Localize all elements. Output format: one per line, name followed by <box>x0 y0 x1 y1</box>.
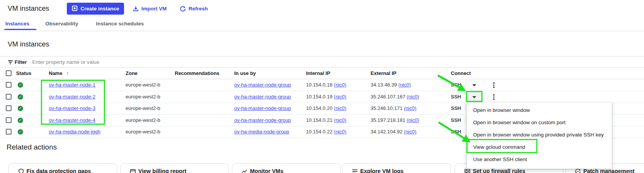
row-checkbox[interactable] <box>6 129 12 135</box>
page-title: VM instances <box>8 5 49 13</box>
nic0-link[interactable]: (nic0) <box>407 117 419 123</box>
import-vm-button[interactable]: Import VM <box>133 3 167 15</box>
instance-name-link[interactable]: ov-ha-master-node-1 <box>49 79 95 91</box>
divider <box>465 116 465 125</box>
external-ip-value: 34.142.104.92 (nic0) <box>371 126 416 138</box>
nic0-link[interactable]: (nic0) <box>404 129 417 135</box>
col-in-use-by: In use by <box>234 68 256 79</box>
related-actions-title: Related actions <box>7 143 57 151</box>
ssh-button[interactable]: SSH <box>451 115 461 126</box>
status-running-icon: ✓ <box>18 106 23 111</box>
menu-item-view-gcloud-command[interactable]: View gcloud command <box>467 141 612 153</box>
zone-value: europe-west2-b <box>126 91 160 103</box>
row-checkbox[interactable] <box>6 94 12 100</box>
status-running-icon: ✓ <box>18 129 23 135</box>
divider <box>465 93 465 101</box>
filter-icon <box>8 60 13 67</box>
col-recommendations: Recommendations <box>175 68 219 79</box>
table-header: Status Name↑ Zone Recommendations In use… <box>0 67 644 79</box>
chevron-down-icon <box>472 96 476 98</box>
divider <box>465 128 465 136</box>
divider <box>465 105 465 113</box>
chevron-down-icon <box>472 84 476 86</box>
zone-value: europe-west2-b <box>126 79 160 91</box>
col-name[interactable]: Name↑ <box>49 68 69 79</box>
ssh-button[interactable]: SSH <box>451 91 461 103</box>
section-title: VM instances <box>8 40 49 48</box>
col-status: Status <box>16 68 31 79</box>
ssh-dropdown-menu: Open in browser window Open in browser w… <box>467 103 612 169</box>
in-use-by-link[interactable]: ov-ha-master-node-group <box>234 103 291 114</box>
menu-item-open-browser-private-key[interactable]: Open in browser window using provided pr… <box>467 129 612 141</box>
nic0-link[interactable]: (nic0) <box>407 94 419 100</box>
ssh-button[interactable]: SSH <box>451 126 461 138</box>
zone-value: europe-west2-b <box>126 103 160 114</box>
import-download-icon <box>133 6 139 12</box>
in-use-by-link[interactable]: ov-ha-master-node-group <box>234 115 291 126</box>
zone-value: europe-west2-b <box>126 115 160 126</box>
menu-item-open-browser-custom-port[interactable]: Open in browser window on custom port <box>467 116 612 129</box>
tab-instance-schedules[interactable]: Instance schedules <box>96 17 144 30</box>
card-monitor-vms[interactable]: Monitor VMs <box>232 163 341 173</box>
nic0-link[interactable]: (nic0) <box>334 117 346 123</box>
filter-bar: Filter <box>0 56 644 68</box>
internal-ip-value: 10.154.0.21 (nic0) <box>306 115 346 126</box>
nic0-link[interactable]: (nic0) <box>404 105 417 111</box>
instance-name-link[interactable]: ov-ha-master-node-3 <box>49 103 95 114</box>
ssh-dropdown-button-open[interactable] <box>467 92 482 102</box>
shield-icon <box>18 168 24 173</box>
tab-instances[interactable]: Instances <box>5 17 29 30</box>
firewall-wall-icon <box>464 168 470 173</box>
nic0-link[interactable]: (nic0) <box>334 129 346 135</box>
col-zone: Zone <box>126 68 137 79</box>
monitor-chart-icon <box>242 168 248 173</box>
instance-name-link[interactable]: ov-ha-master-node-2 <box>49 91 95 103</box>
menu-item-open-browser-window[interactable]: Open in browser window <box>467 104 612 116</box>
status-running-icon: ✓ <box>18 118 23 123</box>
external-ip-value: 35.246.107.167 (nic0) <box>371 91 419 103</box>
nic0-link[interactable]: (nic0) <box>334 82 346 88</box>
create-instance-button[interactable]: Create instance <box>67 3 124 15</box>
col-connect: Connect <box>451 68 471 79</box>
in-use-by-link[interactable]: ov-ha-master-node-group <box>234 91 291 103</box>
menu-item-use-another-ssh-client[interactable]: Use another SSH client <box>467 153 612 166</box>
select-all-checkbox[interactable] <box>6 70 12 76</box>
filter-input[interactable] <box>32 59 263 65</box>
row-checkbox[interactable] <box>6 117 12 123</box>
table-row: ✓ ov-ha-master-node-1 europe-west2-b ov-… <box>0 79 644 91</box>
row-checkbox[interactable] <box>6 105 12 111</box>
ssh-button[interactable]: SSH <box>451 79 461 91</box>
more-actions-icon[interactable] <box>493 94 495 100</box>
refresh-button[interactable]: Refresh <box>180 3 208 15</box>
tab-bar: Instances Observability Instance schedul… <box>0 17 644 31</box>
status-running-icon: ✓ <box>18 82 23 88</box>
internal-ip-value: 10.154.0.22 (nic0) <box>306 126 346 138</box>
internal-ip-value: 10.154.0.20 (nic0) <box>306 103 346 114</box>
more-actions-icon[interactable] <box>493 82 495 88</box>
logs-list-icon <box>352 168 358 173</box>
internal-ip-value: 10.154.0.19 (nic0) <box>306 91 346 103</box>
col-internal-ip: Internal IP <box>306 68 330 79</box>
ssh-dropdown-button[interactable] <box>467 80 482 90</box>
card-explore-vm-logs[interactable]: Explore VM logs <box>342 163 451 173</box>
nic0-link[interactable]: (nic0) <box>334 105 346 111</box>
filter-label: Filter <box>15 59 27 65</box>
instance-name-link[interactable]: ov-ha-media-node-jggh <box>49 126 100 138</box>
in-use-by-link[interactable]: ov-ha-master-node-group <box>234 79 291 91</box>
nic0-link[interactable]: (nic0) <box>398 82 411 88</box>
instance-name-link[interactable]: ov-ha-master-node-4 <box>49 115 95 126</box>
ssh-button[interactable]: SSH <box>451 103 461 114</box>
external-ip-value: 35.246.10.171 (nic0) <box>371 103 416 114</box>
external-ip-value: 35.197.218.181 (nic0) <box>371 115 419 126</box>
status-running-icon: ✓ <box>18 94 23 100</box>
sort-ascending-icon: ↑ <box>66 70 69 76</box>
tab-observability[interactable]: Observability <box>45 17 78 30</box>
create-instance-icon <box>72 5 78 12</box>
internal-ip-value: 10.154.0.18 (nic0) <box>306 79 346 91</box>
in-use-by-link[interactable]: ov-ha-media-node-group <box>234 126 289 138</box>
row-checkbox[interactable] <box>6 82 12 88</box>
card-fix-data-protection-gaps[interactable]: Fix data protection gaps <box>8 163 117 173</box>
card-view-billing-report[interactable]: View billing report <box>120 163 229 173</box>
vm-instances-page: VM instances Create instance Import VM R… <box>0 0 644 173</box>
nic0-link[interactable]: (nic0) <box>334 94 346 100</box>
